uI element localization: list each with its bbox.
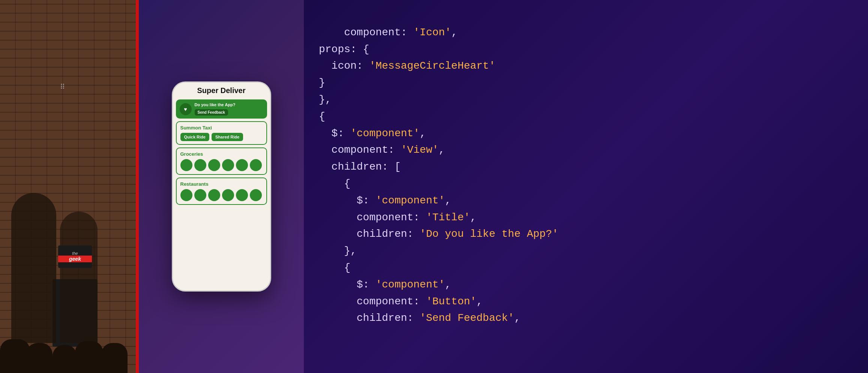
feedback-banner: ♥ Do you like the App? Send Feedback — [176, 99, 267, 119]
feedback-icon: ♥ — [180, 103, 192, 115]
restaurant-item-5[interactable] — [236, 189, 248, 201]
grocery-item-6[interactable] — [250, 159, 262, 171]
code-line-1: component: — [344, 27, 413, 38]
person-right-silhouette — [60, 212, 98, 343]
phone-body: ♥ Do you like the App? Send Feedback Sum… — [173, 97, 270, 290]
grocery-item-4[interactable] — [222, 159, 234, 171]
restaurants-title: Restaurants — [180, 181, 263, 187]
heart-icon: ♥ — [184, 106, 187, 112]
restaurant-item-3[interactable] — [208, 189, 220, 201]
left-panel: the geek ⠿ — [0, 0, 139, 373]
feedback-text-area: Do you like the App? Send Feedback — [195, 102, 263, 116]
grocery-item-3[interactable] — [208, 159, 220, 171]
code-block: component: 'Icon', props: { icon: 'Messa… — [319, 8, 853, 344]
send-feedback-button[interactable]: Send Feedback — [195, 109, 228, 116]
restaurant-item-2[interactable] — [194, 189, 206, 201]
restaurants-card: Restaurants — [176, 177, 267, 205]
phone-mockup: Super Deliver ♥ Do you like the App? Sen… — [172, 81, 271, 292]
person-left-silhouette — [11, 193, 56, 343]
red-bar — [136, 0, 139, 373]
grocery-item-2[interactable] — [194, 159, 206, 171]
groceries-circles — [180, 159, 263, 171]
groceries-title: Groceries — [180, 151, 263, 157]
middle-panel: Super Deliver ♥ Do you like the App? Sen… — [139, 0, 304, 373]
right-panel: component: 'Icon', props: { icon: 'Messa… — [304, 0, 868, 373]
grocery-item-5[interactable] — [236, 159, 248, 171]
phone-app-title: Super Deliver — [173, 83, 270, 97]
restaurants-circles — [180, 189, 263, 201]
restaurant-item-4[interactable] — [222, 189, 234, 201]
shared-ride-button[interactable]: Shared Ride — [212, 133, 243, 141]
restaurant-item-6[interactable] — [250, 189, 262, 201]
thegeek-logo: the geek — [58, 245, 92, 268]
restaurant-item-1[interactable] — [180, 189, 192, 201]
feedback-question: Do you like the App? — [195, 102, 263, 107]
groceries-card: Groceries — [176, 147, 267, 175]
quick-ride-button[interactable]: Quick Ride — [180, 133, 209, 141]
grocery-item-1[interactable] — [180, 159, 192, 171]
summon-taxi-title: Summon Taxi — [180, 125, 263, 131]
summon-taxi-buttons: Quick Ride Shared Ride — [180, 133, 263, 141]
summon-taxi-card: Summon Taxi Quick Ride Shared Ride — [176, 121, 267, 145]
signal-icon: ⠿ — [60, 83, 65, 91]
code-string-1: 'Icon' — [413, 27, 451, 38]
audience-area — [0, 328, 139, 373]
